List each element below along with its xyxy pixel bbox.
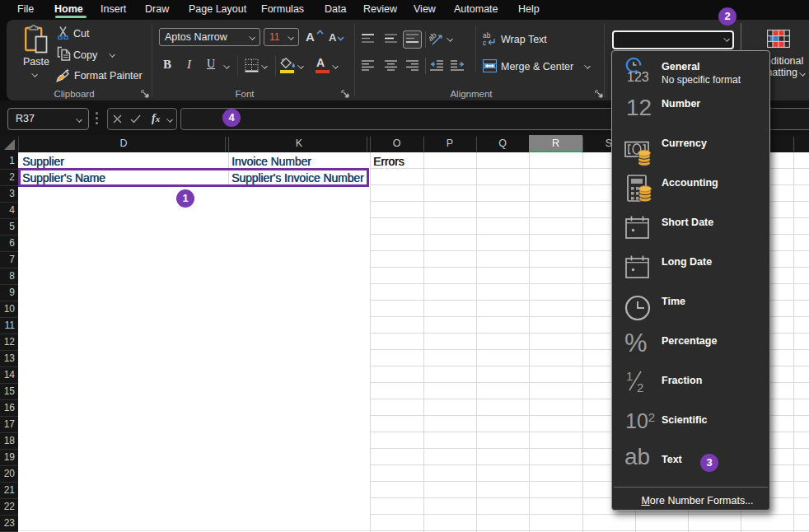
svg-text:ab: ab <box>429 31 438 43</box>
svg-text:123: 123 <box>627 70 649 84</box>
svg-text:1: 1 <box>626 370 633 383</box>
svg-text:2: 2 <box>637 380 643 393</box>
svg-text:c: c <box>483 39 487 46</box>
